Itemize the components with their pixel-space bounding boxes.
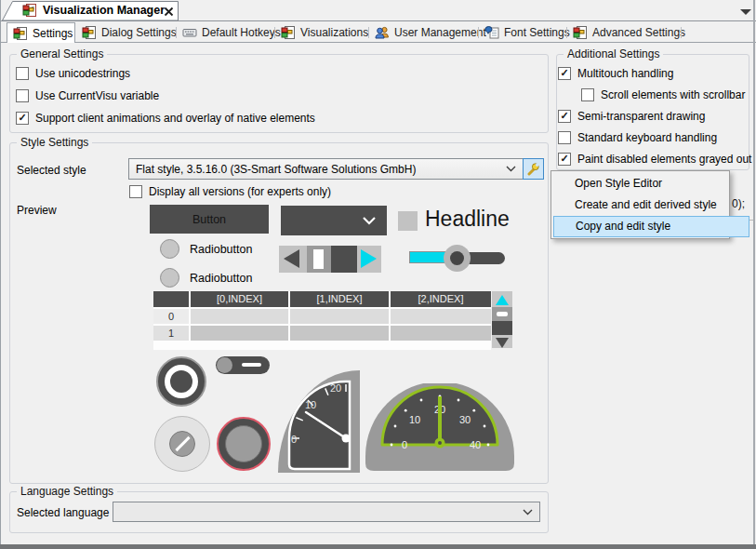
checkbox-box[interactable] bbox=[16, 89, 29, 102]
tab-label: Dialog Settings bbox=[101, 26, 177, 39]
table-cell bbox=[391, 326, 491, 341]
checkbox-box[interactable] bbox=[558, 110, 571, 123]
checkbox-label: Paint disabled elements grayed out bbox=[577, 153, 751, 166]
table-cell bbox=[191, 326, 288, 341]
preview-spin-control bbox=[279, 246, 381, 273]
preview-button-label: Button bbox=[192, 213, 226, 226]
table-cell bbox=[191, 309, 288, 324]
tab-label: Font Settings bbox=[504, 26, 570, 39]
chevron-down-icon bbox=[363, 217, 376, 225]
doc-tab-title: Visualization Manager bbox=[43, 4, 165, 17]
tab-separator bbox=[176, 27, 177, 38]
doc-tab-visualization-manager[interactable]: Visualization Manager bbox=[2, 1, 179, 20]
preview-slider-knob-center bbox=[450, 251, 464, 265]
gauge-tick-label: 30 bbox=[459, 414, 471, 425]
gauge-tick-label: 10 bbox=[305, 399, 316, 410]
chevron-down-icon bbox=[506, 166, 516, 172]
menu-item-copy-and-edit-style[interactable]: Copy and edit style bbox=[553, 216, 749, 237]
rotary-knob-center bbox=[169, 431, 195, 457]
checkbox-label: Scroll elements with scrollbar bbox=[601, 88, 745, 101]
menu-item-create-and-edit-derived-style[interactable]: Create and edit derived style bbox=[553, 194, 749, 216]
table-cell bbox=[290, 326, 389, 341]
tab-visualizations[interactable]: Visualizations bbox=[281, 23, 368, 42]
visu-icon bbox=[281, 25, 296, 40]
tab-separator bbox=[368, 27, 369, 38]
tab-label: Settings bbox=[33, 27, 73, 40]
gauge-needle-hub-center bbox=[438, 441, 442, 445]
checkbox-paint-disabled-elements-grayed-out[interactable]: Paint disabled elements grayed out bbox=[558, 153, 751, 166]
spin-slot-bar bbox=[313, 249, 324, 269]
gauge-tick-label: 20 bbox=[330, 382, 341, 394]
selected-language-label: Selected language bbox=[17, 506, 109, 519]
gauge-tick-label: 40 bbox=[470, 439, 481, 450]
tab-label: Advanced Settings bbox=[592, 26, 685, 39]
checkbox-label: Standard keyboard handling bbox=[577, 131, 717, 144]
preview-headline: Headline bbox=[425, 207, 510, 232]
checkbox-box[interactable] bbox=[558, 153, 571, 166]
preview-table: [0,INDEX] [1,INDEX] [2,INDEX] 0 1 bbox=[153, 291, 491, 350]
menu-item-open-style-editor[interactable]: Open Style Editor bbox=[553, 173, 749, 194]
preview-radiobutton-2-label: Radiobutton bbox=[190, 272, 252, 285]
checkbox-label: Use unicodestrings bbox=[35, 67, 130, 80]
checkbox-display-all-versions[interactable]: Display all versions (for experts only) bbox=[129, 185, 331, 198]
checkbox-box[interactable] bbox=[129, 185, 142, 198]
selected-language-combobox[interactable] bbox=[113, 502, 540, 522]
visu-icon bbox=[82, 25, 97, 40]
window-list-dropdown-icon[interactable] bbox=[740, 9, 751, 15]
group-title: Language Settings bbox=[17, 485, 117, 498]
table-header-cell: [1,INDEX] bbox=[290, 291, 389, 307]
tab-default-hotkeys[interactable]: Default Hotkeys bbox=[182, 23, 281, 42]
checkbox-label: Semi-transparent drawing bbox=[577, 110, 705, 123]
window-border-left bbox=[0, 0, 1, 544]
tab-label: Default Hotkeys bbox=[202, 26, 281, 39]
window-border-bottom bbox=[0, 544, 756, 549]
preview-slider-fill bbox=[409, 251, 447, 263]
table-row-index: 1 bbox=[153, 326, 189, 341]
checkbox-use-currentvisu-variable[interactable]: Use CurrentVisu variable bbox=[16, 89, 159, 102]
tab-dialog-settings[interactable]: Dialog Settings bbox=[82, 23, 177, 42]
scrollbar-thumb bbox=[492, 307, 512, 321]
keyboard-icon bbox=[182, 25, 197, 40]
checkbox-standard-keyboard-handling[interactable]: Standard keyboard handling bbox=[558, 131, 717, 144]
checkbox-use-unicodestrings[interactable]: Use unicodestrings bbox=[16, 67, 130, 80]
checkbox-box[interactable] bbox=[16, 67, 29, 80]
checkbox-multitouch-handling[interactable]: Multitouch handling bbox=[558, 67, 673, 80]
checkbox-scroll-elements-with-scrollbar[interactable]: Scroll elements with scrollbar bbox=[581, 88, 745, 101]
checkbox-box[interactable] bbox=[581, 88, 594, 101]
gauge-tick-label: 0 bbox=[291, 434, 297, 445]
checkbox-box[interactable] bbox=[558, 67, 571, 80]
tab-font-settings[interactable]: Font Settings bbox=[484, 23, 570, 42]
tab-user-management[interactable]: User Management bbox=[375, 23, 486, 42]
style-tools-button[interactable] bbox=[523, 158, 544, 180]
table-header-cell: [2,INDEX] bbox=[391, 291, 491, 307]
preview-scrollbar bbox=[492, 291, 512, 348]
checkbox-support-client-animations[interactable]: Support client animations and overlay of… bbox=[16, 112, 315, 125]
tab-label: Visualizations bbox=[300, 26, 368, 39]
checkbox-box[interactable] bbox=[16, 112, 29, 125]
preview-potentiometer bbox=[217, 417, 271, 471]
potentiometer-center bbox=[225, 425, 262, 462]
toggle-knob bbox=[217, 357, 232, 373]
preview-radiobutton-1 bbox=[160, 239, 179, 259]
tab-advanced-settings[interactable]: Advanced Settings bbox=[573, 23, 685, 42]
preview-toggle-switch bbox=[216, 356, 270, 374]
table-cell bbox=[391, 309, 491, 324]
table-row-index: 0 bbox=[153, 309, 189, 324]
rotary-knob-pointer bbox=[175, 436, 190, 451]
close-icon[interactable] bbox=[164, 7, 174, 17]
lamp-ring bbox=[165, 365, 198, 398]
preview-lamp bbox=[156, 356, 206, 407]
tab-settings[interactable]: Settings bbox=[7, 22, 75, 43]
tab-label: User Management bbox=[394, 26, 486, 39]
preview-radiobutton-1-label: Radiobutton bbox=[190, 243, 252, 256]
checkbox-label: Use CurrentVisu variable bbox=[35, 89, 159, 102]
checkbox-semi-transparent-drawing[interactable]: Semi-transparent drawing bbox=[558, 110, 705, 123]
spin-left-arrow-icon bbox=[284, 249, 299, 268]
checkbox-box[interactable] bbox=[558, 131, 571, 144]
visu-icon bbox=[13, 26, 28, 41]
group-title: Style Settings bbox=[17, 136, 92, 149]
wrench-icon bbox=[526, 162, 540, 176]
tab-separator bbox=[566, 27, 567, 38]
selected-style-combobox[interactable]: Flat style, 3.5.16.0 (3S-Smart Software … bbox=[128, 158, 524, 180]
gauge-needle-hub bbox=[342, 435, 351, 443]
